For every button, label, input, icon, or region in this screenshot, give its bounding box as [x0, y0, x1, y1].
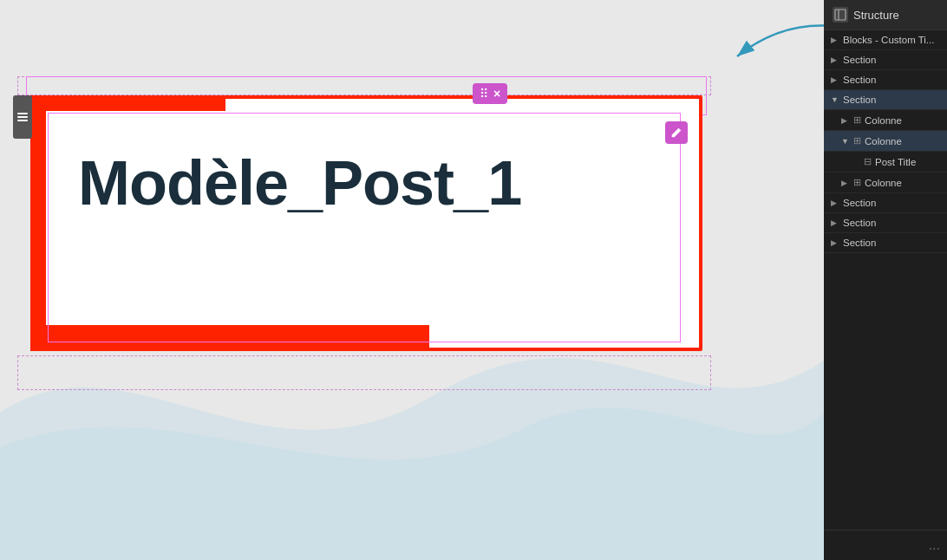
left-sidebar-toggle[interactable]	[13, 95, 32, 139]
item-label: Section	[843, 94, 876, 105]
chevron-icon: ▶	[831, 36, 839, 44]
chevron-icon: ▶	[831, 75, 839, 84]
column-icon: ⊞	[853, 135, 861, 147]
chevron-icon: ▼	[841, 137, 850, 146]
arrow-annotation	[711, 17, 824, 69]
drag-handle-icon[interactable]: ⠿	[480, 87, 488, 101]
item-label: Colonne	[865, 178, 902, 188]
panel-title: Structure	[853, 9, 899, 22]
section-outline-bottom	[17, 355, 711, 390]
more-options-button[interactable]: ...	[929, 537, 940, 553]
item-label: Section	[843, 55, 876, 65]
item-label: Post Title	[875, 157, 916, 167]
tree-item-section-4[interactable]: ▶ Section	[824, 193, 947, 213]
chevron-icon: ▶	[831, 238, 839, 247]
column-icon: ⊞	[853, 177, 861, 188]
canvas-area: Modèle_Post_1 ⠿ ×	[0, 0, 824, 560]
post-title-text: Modèle_Post_1	[78, 147, 521, 218]
tree-item-section-5[interactable]: ▶ Section	[824, 213, 947, 233]
tree-item-section-1[interactable]: ▶ Section	[824, 50, 947, 70]
panel-items: ▶ Blocks - Custom Ti... ▶ Section ▶ Sect…	[824, 30, 947, 530]
tree-item-section-3[interactable]: ▼ Section	[824, 90, 947, 110]
item-label: Blocks - Custom Ti...	[843, 35, 934, 45]
tree-item-colonne-3[interactable]: ▶ ⊞ Colonne	[824, 173, 947, 193]
tree-item-colonne-2[interactable]: ▼ ⊞ Colonne	[824, 131, 947, 152]
column-icon: ⊞	[853, 114, 861, 126]
panel-header: Structure	[824, 0, 947, 30]
pencil-icon	[670, 127, 682, 139]
item-label: Section	[843, 198, 876, 208]
red-bottom-bar	[30, 325, 429, 351]
content-block	[30, 95, 702, 351]
item-label: Colonne	[865, 136, 902, 147]
chevron-icon: ▶	[831, 55, 839, 64]
svg-rect-1	[835, 10, 846, 20]
panel-footer: ...	[824, 530, 947, 560]
tree-item-post-title[interactable]: ▶ ⊟ Post Title	[824, 152, 947, 173]
item-label: Section	[843, 75, 876, 85]
item-label: Section	[843, 218, 876, 228]
item-label: Section	[843, 238, 876, 248]
item-label: Colonne	[865, 115, 902, 126]
chevron-icon: ▼	[831, 95, 839, 104]
chevron-icon: ▶	[841, 179, 850, 187]
panel-toggle-icon[interactable]	[833, 7, 848, 23]
tree-item-section-2[interactable]: ▶ Section	[824, 70, 947, 90]
chevron-icon: ▶	[841, 116, 850, 125]
floating-toolbar: ⠿ ×	[473, 83, 507, 104]
tree-item-section-6[interactable]: ▶ Section	[824, 233, 947, 253]
chevron-icon: ▶	[831, 199, 839, 207]
right-panel: Structure ▶ Blocks - Custom Ti... ▶ Sect…	[824, 0, 947, 560]
edit-button[interactable]	[665, 121, 688, 144]
tree-item-colonne-1[interactable]: ▶ ⊞ Colonne	[824, 110, 947, 131]
post-title-icon: ⊟	[864, 156, 872, 167]
red-left-bar	[30, 111, 46, 351]
tree-item-blocks-custom[interactable]: ▶ Blocks - Custom Ti...	[824, 30, 947, 50]
red-top-bar	[30, 95, 225, 111]
close-block-button[interactable]: ×	[493, 87, 500, 101]
chevron-icon: ▶	[831, 218, 839, 227]
